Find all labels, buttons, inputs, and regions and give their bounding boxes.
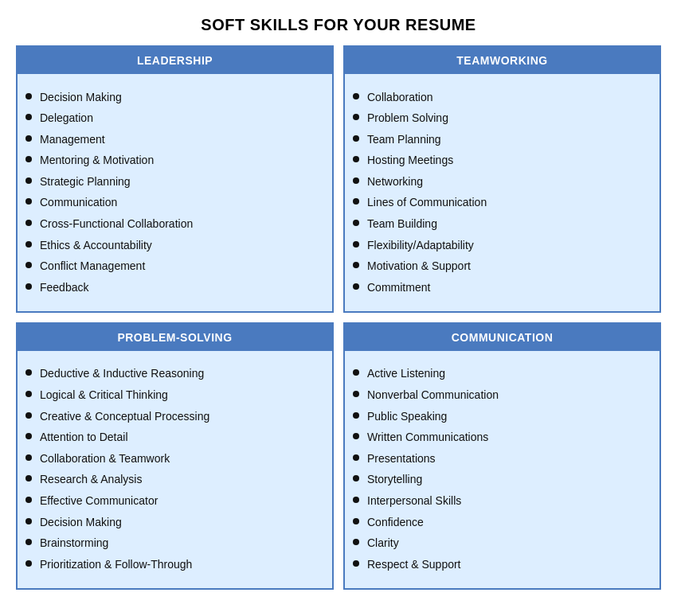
bullet-icon: [353, 177, 359, 184]
bullet-icon: [25, 497, 32, 503]
bullet-icon: [353, 497, 359, 503]
list-item: Brainstorming: [25, 533, 321, 555]
list-item: Communication: [25, 193, 321, 214]
list-item: Motivation & Support: [353, 256, 648, 278]
bullet-icon: [353, 369, 359, 376]
bullet-icon: [25, 262, 32, 268]
page-title: SOFT SKILLS FOR YOUR RESUME: [16, 16, 661, 34]
list-item: Attention to Detail: [25, 427, 321, 449]
list-item: Prioritization & Follow-Through: [25, 554, 321, 575]
header-communication: COMMUNICATION: [345, 324, 659, 351]
list-item: Mentoring & Motivation: [25, 150, 321, 172]
list-leadership: Decision MakingDelegationManagementMento…: [25, 87, 321, 298]
bullet-icon: [353, 220, 359, 226]
list-item-text: Attention to Detail: [40, 430, 128, 446]
header-problem-solving: PROBLEM-SOLVING: [18, 324, 332, 351]
bullet-icon: [25, 114, 32, 120]
bullet-icon: [353, 93, 359, 99]
list-item: Decision Making: [25, 87, 321, 108]
bullet-icon: [353, 518, 359, 524]
bullet-icon: [25, 369, 32, 376]
card-leadership: LEADERSHIPDecision MakingDelegationManag…: [16, 45, 334, 313]
bullet-icon: [353, 454, 359, 461]
list-item: Creative & Conceptual Processing: [25, 406, 321, 427]
list-item: Commitment: [353, 277, 648, 298]
list-item-text: Deductive & Inductive Reasoning: [40, 366, 204, 382]
bullet-icon: [25, 93, 32, 99]
bullet-icon: [25, 433, 32, 439]
bullet-icon: [353, 262, 359, 268]
list-item-text: Brainstorming: [40, 536, 108, 552]
list-item: Cross-Functional Collaboration: [25, 214, 321, 236]
list-item-text: Team Planning: [367, 132, 441, 148]
bullet-icon: [25, 518, 32, 524]
skills-grid: LEADERSHIPDecision MakingDelegationManag…: [16, 45, 661, 590]
list-item: Research & Analysis: [25, 470, 321, 491]
list-item: Collaboration: [353, 87, 648, 108]
list-item: Conflict Management: [25, 256, 321, 278]
bullet-icon: [25, 283, 32, 290]
bullet-icon: [25, 391, 32, 397]
list-item-text: Conflict Management: [40, 259, 145, 275]
list-item: Team Planning: [353, 129, 648, 150]
card-problem-solving: PROBLEM-SOLVINGDeductive & Inductive Rea…: [16, 322, 334, 590]
list-item: Deductive & Inductive Reasoning: [25, 364, 321, 385]
bullet-icon: [353, 241, 359, 248]
page-container: SOFT SKILLS FOR YOUR RESUME LEADERSHIPDe…: [16, 16, 661, 590]
body-leadership: Decision MakingDelegationManagementMento…: [18, 74, 332, 311]
list-item: Management: [25, 129, 321, 150]
body-teamworking: CollaborationProblem SolvingTeam Plannin…: [345, 74, 659, 311]
header-leadership: LEADERSHIP: [18, 47, 332, 74]
list-item-text: Respect & Support: [367, 557, 461, 573]
list-item: Decision Making: [25, 512, 321, 533]
list-item: Storytelling: [353, 470, 648, 491]
list-item: Confidence: [353, 512, 648, 533]
list-item-text: Interpersonal Skills: [367, 493, 461, 509]
list-item-text: Management: [40, 132, 105, 148]
list-item-text: Effective Communicator: [40, 493, 158, 509]
bullet-icon: [353, 539, 359, 545]
list-item-text: Confidence: [367, 515, 424, 531]
list-item: Lines of Communication: [353, 193, 648, 214]
list-item-text: Creative & Conceptual Processing: [40, 409, 209, 425]
list-item-text: Active Listening: [367, 366, 445, 382]
list-item: Nonverbal Communication: [353, 385, 648, 407]
list-item: Flexibility/Adaptability: [353, 235, 648, 256]
list-item: Presentations: [353, 448, 648, 470]
list-item-text: Mentoring & Motivation: [40, 153, 154, 169]
list-item: Networking: [353, 171, 648, 193]
list-item: Interpersonal Skills: [353, 491, 648, 513]
list-item-text: Logical & Critical Thinking: [40, 388, 168, 404]
bullet-icon: [25, 454, 32, 461]
list-item: Feedback: [25, 277, 321, 298]
body-communication: Active ListeningNonverbal CommunicationP…: [345, 351, 659, 588]
bullet-icon: [25, 198, 32, 205]
list-item-text: Feedback: [40, 280, 88, 296]
list-item-text: Delegation: [40, 111, 93, 127]
list-item: Delegation: [25, 108, 321, 130]
list-item: Strategic Planning: [25, 171, 321, 193]
list-item: Team Building: [353, 214, 648, 236]
list-item: Problem Solving: [353, 108, 648, 130]
bullet-icon: [353, 114, 359, 120]
bullet-icon: [25, 177, 32, 184]
list-item-text: Lines of Communication: [367, 195, 487, 211]
list-item: Active Listening: [353, 364, 648, 385]
list-item-text: Flexibility/Adaptability: [367, 238, 474, 254]
bullet-icon: [353, 283, 359, 290]
list-item-text: Decision Making: [40, 515, 122, 531]
list-item-text: Collaboration: [367, 90, 433, 106]
list-item: Written Communications: [353, 427, 648, 449]
bullet-icon: [353, 433, 359, 439]
list-item: Collaboration & Teamwork: [25, 448, 321, 470]
list-item: Clarity: [353, 533, 648, 555]
list-communication: Active ListeningNonverbal CommunicationP…: [353, 364, 648, 575]
header-teamworking: TEAMWORKING: [345, 47, 659, 74]
bullet-icon: [353, 475, 359, 481]
list-item-text: Cross-Functional Collaboration: [40, 216, 193, 232]
list-item-text: Strategic Planning: [40, 174, 131, 190]
bullet-icon: [25, 241, 32, 248]
bullet-icon: [353, 412, 359, 419]
list-item: Respect & Support: [353, 554, 648, 575]
bullet-icon: [25, 560, 32, 567]
